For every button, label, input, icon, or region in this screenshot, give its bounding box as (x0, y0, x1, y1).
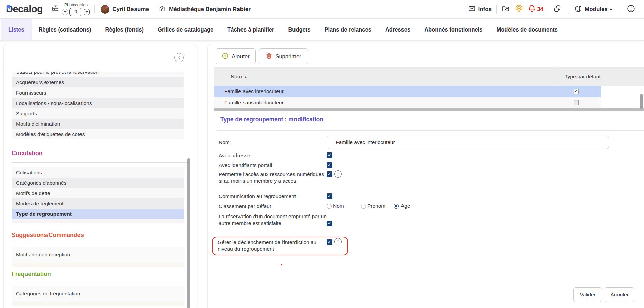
app-logo-text: Decalog (6, 4, 43, 14)
add-button[interactable]: Ajouter (216, 48, 256, 64)
table-row[interactable]: Famille sans interlocuteur (214, 97, 644, 108)
divider (12, 162, 189, 163)
library-building-icon (159, 5, 166, 14)
divider (568, 5, 568, 14)
row-default-checkbox[interactable] (574, 89, 579, 94)
photocopies-plus-button[interactable]: + (84, 9, 90, 15)
sidebar-item-motifs-non-reception[interactable]: Motifs de non réception (12, 247, 184, 263)
tab-grilles-catalogage[interactable]: Grilles de catalogage (151, 19, 220, 40)
pages-link-icon[interactable] (553, 4, 562, 14)
sidebar-section-suggestions-commandes: Suggestions/Commandes (12, 232, 84, 239)
module-tab-bar: Listes Règles (cotisations) Règles (fond… (0, 19, 644, 41)
nom-input[interactable]: Famille avec interlocuteur (327, 136, 609, 149)
app-logo[interactable]: Decalog (6, 4, 43, 15)
sidebar-item-motifs-dette[interactable]: Motifs de dette (12, 188, 184, 198)
tab-listes[interactable]: Listes (1, 19, 32, 40)
folder-cloud-icon[interactable] (501, 5, 510, 14)
reservation-checkbox[interactable] (327, 221, 332, 226)
avec-adresse-checkbox[interactable] (327, 152, 332, 158)
avec-identifiants-checkbox[interactable] (327, 162, 332, 168)
divider (94, 5, 95, 14)
acces-ressources-checkbox[interactable] (327, 171, 332, 177)
avec-adresse-label: Avec adresse (219, 152, 327, 159)
photocopier-icon (51, 4, 59, 14)
sidebar-item-fournisseurs[interactable]: Fournisseurs (12, 87, 184, 98)
user-name[interactable]: Cyril Beaume (112, 6, 149, 13)
radio-age[interactable] (394, 204, 399, 209)
interdiction-checkbox[interactable] (327, 239, 332, 245)
sidebar-item-motifs-elimination[interactable]: Motifs d'élimination (12, 119, 184, 129)
sidebar-item-acquereurs-externes[interactable]: Acquéreurs externes (12, 77, 184, 87)
divider (154, 5, 154, 14)
divider (620, 5, 620, 14)
acces-ressources-label: Permettre l'accès aux ressources numériq… (219, 171, 327, 184)
interdiction-label: Gérer le déclenchement de l'interdiction… (218, 239, 328, 252)
tab-budgets[interactable]: Budgets (281, 19, 317, 40)
sidebar-scrollbar[interactable] (187, 158, 190, 308)
sidebar-item-supports[interactable]: Supports (12, 108, 184, 119)
sidebar-item-modeles-etiquettes[interactable]: Modèles d'étiquettes de cotes (12, 129, 184, 139)
interdiction-info-icon[interactable]: ! (334, 238, 342, 245)
table-header: Nom Type par défaut (214, 67, 644, 86)
main-content-panel: Ajouter Supprimer Nom Type par défaut Fa… (207, 44, 644, 308)
sidebar-item-statuts-pret-reservation[interactable]: Statuts pour le prêt et la réservation (12, 72, 184, 77)
sidebar-section-circulation: Circulation (12, 150, 42, 157)
sidebar-item-modes-reglement[interactable]: Modes de règlement (12, 198, 184, 209)
tab-plans-relances[interactable]: Plans de relances (317, 19, 378, 40)
sidebar-item-cotisations[interactable]: Cotisations (12, 167, 184, 178)
top-header-bar: Decalog Photocopies − 0 + Cyril Beaume M… (0, 0, 644, 19)
tab-adresses[interactable]: Adresses (378, 19, 417, 40)
mail-icon[interactable] (468, 5, 476, 14)
divider (12, 243, 189, 243)
divider (12, 282, 189, 282)
photocopies-value[interactable]: 0 (69, 8, 82, 16)
delete-button[interactable]: Supprimer (259, 48, 308, 64)
annotation-dot (281, 264, 282, 265)
table-horizontal-scrollbar[interactable] (214, 108, 644, 111)
communication-checkbox[interactable] (327, 193, 332, 199)
radio-nom[interactable] (327, 204, 332, 209)
radio-prenom-label: Prénom (367, 203, 385, 209)
column-header-type-par-defaut[interactable]: Type par défaut (565, 67, 601, 86)
cancel-button[interactable]: Annuler (605, 287, 634, 302)
photocopies-counter: Photocopies − 0 + (62, 3, 90, 16)
tab-modeles-documents[interactable]: Modèles de documents (489, 19, 565, 40)
column-separator (558, 69, 558, 84)
photocopies-minus-button[interactable]: − (62, 9, 68, 15)
broadcast-icon[interactable] (515, 4, 523, 14)
validate-button[interactable]: Valider (573, 287, 602, 302)
tab-regles-fonds[interactable]: Règles (fonds) (98, 19, 151, 40)
infos-link[interactable]: Infos (478, 6, 492, 13)
row-default-checkbox[interactable] (574, 100, 579, 105)
acces-ressources-info-icon[interactable]: ! (334, 170, 342, 178)
add-button-label: Ajouter (232, 53, 249, 60)
clipped-row (12, 302, 184, 306)
sidebar-collapse-button[interactable] (174, 53, 184, 62)
communication-label: Communication au regroupement (219, 193, 327, 200)
sidebar-group-circulation: Cotisations Catégories d'abonnés Motifs … (12, 167, 184, 223)
sidebar-item-categories-frequentation[interactable]: Catégories de fréquentation (12, 286, 184, 302)
user-avatar[interactable] (101, 5, 109, 14)
chevron-down-icon (609, 9, 613, 11)
radio-prenom[interactable] (361, 204, 366, 209)
reservation-label: La réservation d'un document emprunté pa… (219, 213, 327, 226)
sidebar-item-type-regroupement[interactable]: Type de regroupement (12, 209, 184, 219)
tab-regles-cotisations[interactable]: Règles (cotisations) (32, 19, 98, 40)
nom-field-label: Nom (219, 136, 327, 149)
tab-abonnes-fonctionnels[interactable]: Abonnés fonctionnels (417, 19, 489, 40)
sidebar-lists-panel: Statuts pour le prêt et la réservation A… (3, 44, 197, 308)
notifications-bell-icon[interactable] (528, 4, 536, 14)
sidebar-item-categories-abonnes[interactable]: Catégories d'abonnés (12, 178, 184, 188)
trash-icon (266, 52, 272, 61)
sidebar-item-localisations[interactable]: Localisations - sous-localisations (12, 98, 184, 108)
table-vertical-scrollbar[interactable] (640, 94, 643, 109)
divider (217, 130, 644, 131)
sidebar-section-frequentation: Fréquentation (12, 271, 51, 278)
table-row[interactable]: Famille avec interlocuteur (214, 86, 644, 97)
sidebar-group-suggestions: Motifs de non réception (12, 247, 184, 267)
help-info-icon[interactable] (627, 4, 635, 14)
modules-menu[interactable]: Modules (585, 6, 608, 13)
library-name[interactable]: Médiathèque Benjamin Rabier (169, 6, 251, 13)
tab-taches-planifier[interactable]: Tâches à planifier (220, 19, 281, 40)
column-header-nom[interactable]: Nom (231, 67, 247, 86)
